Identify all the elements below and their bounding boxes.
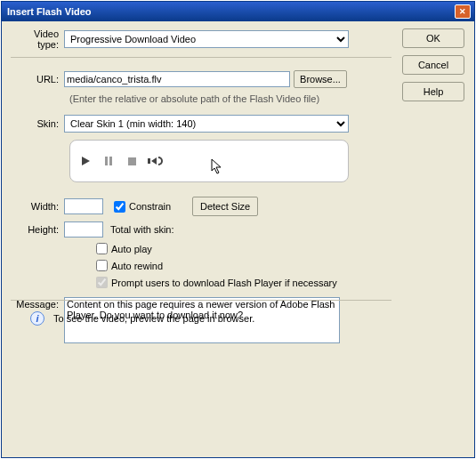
cursor-icon (211, 158, 223, 176)
autoplay-label: Auto play (111, 244, 152, 254)
play-icon[interactable] (79, 155, 92, 167)
url-row: URL: Browse... (11, 70, 391, 88)
url-label: URL: (11, 74, 64, 85)
constrain-wrap[interactable]: Constrain (114, 201, 171, 213)
autorewind-row[interactable]: Auto rewind (96, 260, 391, 271)
stop-icon[interactable] (125, 155, 138, 167)
volume-icon[interactable] (149, 155, 161, 167)
video-type-label: Video type: (11, 28, 64, 50)
width-label: Width: (11, 201, 64, 212)
window-title: Insert Flash Video (7, 6, 92, 17)
video-type-row: Video type: Progressive Download Video (11, 28, 391, 50)
url-hint: (Enter the relative or absolute path of … (69, 93, 391, 104)
prompt-row[interactable]: Prompt users to download Flash Player if… (96, 277, 391, 288)
height-input[interactable] (64, 221, 103, 238)
constrain-checkbox[interactable] (114, 201, 125, 213)
ok-button[interactable]: OK (402, 28, 464, 48)
constrain-label: Constrain (129, 201, 171, 212)
info-text: To see the video, preview the page in br… (53, 313, 254, 324)
skin-row: Skin: Clear Skin 1 (min width: 140) (11, 115, 391, 133)
info-icon: i (30, 311, 44, 326)
help-button[interactable]: Help (402, 82, 464, 101)
autoplay-checkbox[interactable] (96, 243, 108, 254)
titlebar: Insert Flash Video ✕ (2, 2, 474, 21)
autoplay-row[interactable]: Auto play (96, 243, 391, 254)
width-row: Width: Constrain Detect Size (11, 197, 391, 216)
url-input[interactable] (64, 71, 290, 87)
prompt-label: Prompt users to download Flash Player if… (111, 278, 337, 288)
content-area: Video type: Progressive Download Video U… (11, 28, 464, 452)
height-label: Height: (11, 224, 64, 235)
side-buttons: OK Cancel Help (402, 28, 464, 109)
browse-button[interactable]: Browse... (294, 70, 347, 88)
pause-icon[interactable] (102, 155, 115, 167)
width-input[interactable] (64, 198, 103, 214)
total-skin-label: Total with skin: (110, 224, 174, 235)
video-type-select[interactable]: Progressive Download Video (64, 30, 349, 48)
skin-label: Skin: (11, 118, 64, 129)
skin-select[interactable]: Clear Skin 1 (min width: 140) (64, 115, 349, 133)
main-panel: Video type: Progressive Download Video U… (11, 28, 391, 343)
close-icon[interactable]: ✕ (455, 4, 471, 19)
autorewind-checkbox[interactable] (96, 260, 108, 271)
autorewind-label: Auto rewind (111, 261, 163, 271)
skin-preview (69, 140, 349, 182)
cancel-button[interactable]: Cancel (402, 55, 464, 75)
info-row: i To see the video, preview the page in … (11, 300, 391, 326)
detect-size-button[interactable]: Detect Size (192, 197, 258, 216)
prompt-checkbox[interactable] (96, 277, 108, 288)
separator (11, 57, 391, 58)
height-row: Height: Total with skin: (11, 221, 391, 238)
dialog-window: Insert Flash Video ✕ Video type: Progres… (1, 1, 475, 458)
